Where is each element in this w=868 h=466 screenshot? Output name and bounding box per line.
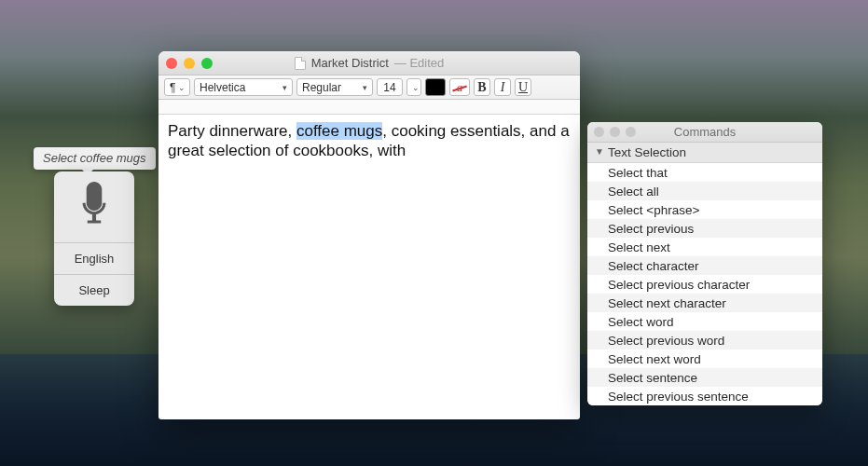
font-size-field[interactable]: 14 (377, 78, 403, 96)
strike-sample: a (457, 80, 463, 95)
command-item[interactable]: Select next word (587, 350, 822, 368)
command-label: Select previous word (608, 334, 724, 348)
command-item[interactable]: Select next character (587, 294, 822, 312)
voice-sleep-label: Sleep (78, 283, 109, 297)
bold-label: B (477, 80, 486, 95)
text-color-swatch[interactable] (425, 78, 446, 96)
voice-command-text: Select coffee mugs (43, 151, 146, 165)
window-controls (166, 58, 213, 69)
underline-label: U (518, 80, 528, 95)
font-family-value: Helvetica (200, 81, 245, 94)
command-label: Select word (608, 315, 674, 329)
chevron-updown-icon: ▾ (363, 83, 367, 92)
italic-label: I (501, 80, 505, 95)
paragraph-style-menu[interactable]: ¶ ⌄ (164, 78, 190, 96)
command-label: Select next character (608, 296, 726, 310)
font-style-menu[interactable]: Regular ▾ (296, 78, 373, 96)
commands-list: Select that Select all Select <phrase> S… (587, 163, 822, 405)
command-label: Select next word (608, 352, 701, 366)
command-label: Select sentence (608, 371, 697, 385)
minimize-button[interactable] (184, 58, 195, 69)
font-family-menu[interactable]: Helvetica ▾ (194, 78, 293, 96)
ruler[interactable] (158, 100, 580, 115)
voice-language-button[interactable]: English (54, 242, 134, 274)
command-label: Select that (608, 166, 668, 180)
command-item[interactable]: Select word (587, 312, 822, 331)
body-text-selection: coffee mugs (296, 122, 382, 140)
format-toolbar: ¶ ⌄ Helvetica ▾ Regular ▾ 14 ⌄ a B I U (158, 75, 580, 100)
document-body[interactable]: Party dinnerware, coffee mugs, cooking e… (158, 115, 580, 419)
chevron-down-icon: ⌄ (412, 83, 420, 92)
microphone-icon (54, 171, 134, 242)
window-titlebar[interactable]: Market District — Edited (158, 51, 580, 75)
zoom-button[interactable] (201, 58, 213, 69)
command-label: Select previous (608, 222, 694, 236)
chevron-down-icon: ⌄ (178, 83, 186, 92)
window-title: Market District — Edited (158, 56, 580, 70)
font-size-stepper[interactable]: ⌄ (406, 78, 421, 96)
command-item[interactable]: Select character (587, 256, 822, 275)
command-label: Select <phrase> (608, 203, 699, 217)
command-label: Select all (608, 185, 659, 199)
voice-language-label: English (75, 252, 115, 266)
body-text-before: Party dinnerware, (168, 122, 296, 140)
document-icon (295, 57, 306, 70)
close-button[interactable] (166, 58, 177, 69)
commands-title: Commands (587, 125, 822, 139)
chevron-updown-icon: ▾ (282, 83, 287, 92)
command-item[interactable]: Select that (587, 163, 822, 182)
paragraph-symbol: ¶ (170, 81, 175, 94)
command-item[interactable]: Select next (587, 238, 822, 256)
commands-section-header[interactable]: ▼ Text Selection (587, 143, 822, 163)
font-size-value: 14 (383, 81, 395, 94)
document-edited-badge: — Edited (394, 56, 444, 70)
underline-button[interactable]: U (515, 78, 531, 96)
command-item[interactable]: Select previous sentence (587, 387, 822, 405)
command-item[interactable]: Select sentence (587, 368, 822, 387)
commands-window: Commands ▼ Text Selection Select that Se… (587, 122, 822, 405)
command-label: Select previous sentence (608, 390, 749, 404)
voice-control-panel: English Sleep (54, 171, 134, 306)
commands-section-label: Text Selection (608, 145, 686, 159)
bold-button[interactable]: B (474, 78, 490, 96)
command-item[interactable]: Select <phrase> (587, 200, 822, 219)
font-style-value: Regular (302, 81, 341, 94)
document-window: Market District — Edited ¶ ⌄ Helvetica ▾… (158, 51, 580, 419)
command-item[interactable]: Select all (587, 182, 822, 200)
command-item[interactable]: Select previous (587, 219, 822, 238)
command-item[interactable]: Select previous word (587, 331, 822, 350)
voice-sleep-button[interactable]: Sleep (54, 274, 134, 306)
document-title: Market District (311, 56, 389, 70)
disclosure-triangle-icon: ▼ (595, 146, 604, 157)
command-label: Select character (608, 259, 699, 273)
commands-titlebar[interactable]: Commands (587, 122, 822, 143)
command-label: Select next (608, 240, 670, 254)
voice-command-tooltip: Select coffee mugs (34, 147, 156, 170)
command-label: Select previous character (608, 278, 750, 292)
italic-button[interactable]: I (494, 78, 511, 96)
strikethrough-color-button[interactable]: a (449, 78, 470, 96)
command-item[interactable]: Select previous character (587, 275, 822, 294)
